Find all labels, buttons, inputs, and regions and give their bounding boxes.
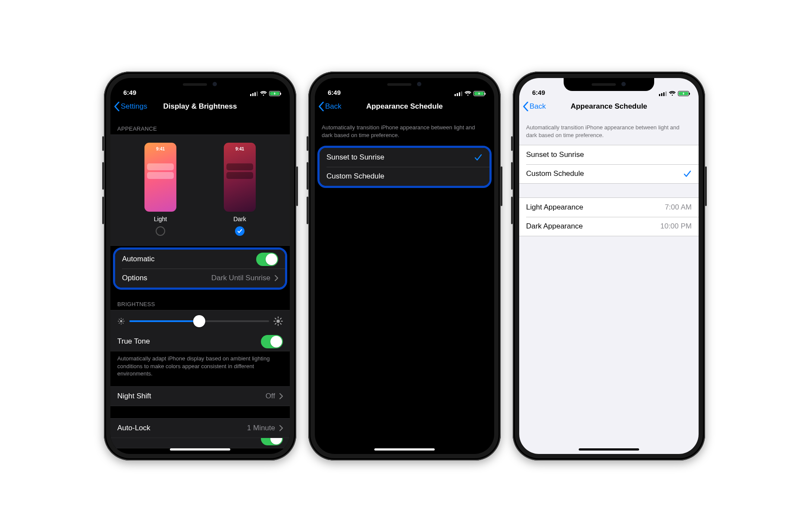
radio-selected-icon <box>235 226 245 236</box>
row-detail: Dark Until Sunrise <box>211 274 270 282</box>
row-options[interactable]: Options Dark Until Sunrise <box>115 269 285 288</box>
battery-charging-icon <box>678 91 689 96</box>
cellular-icon <box>250 91 258 96</box>
row-label: Dark Appearance <box>526 222 656 231</box>
screen-appearance-schedule-light: 6:49 Back Appearance Schedule Automatica… <box>519 78 699 454</box>
row-label: Light Appearance <box>526 203 661 212</box>
back-button[interactable]: Back <box>318 102 342 111</box>
row-sunset-sunrise[interactable]: Sunset to Sunrise <box>320 148 489 167</box>
row-dark-appearance-time[interactable]: Dark Appearance 10:00 PM <box>519 217 699 236</box>
home-indicator[interactable] <box>170 448 230 451</box>
cellular-icon <box>659 91 667 96</box>
annotation-highlight: Sunset to Sunrise Custom Schedule <box>317 146 492 188</box>
row-true-tone[interactable]: True Tone <box>110 332 290 351</box>
appearance-selector: 9:41 Light 9:41 Dark <box>110 135 290 245</box>
schedule-intro: Automatically transition iPhone appearan… <box>519 116 699 139</box>
appearance-thumb-light: 9:41 <box>144 143 176 212</box>
back-label: Back <box>325 102 342 111</box>
back-label: Back <box>530 102 546 111</box>
nav-bar: Back Appearance Schedule <box>315 97 494 116</box>
row-partial <box>110 438 290 448</box>
switch-on-icon[interactable] <box>261 335 283 348</box>
row-custom-schedule[interactable]: Custom Schedule <box>519 164 699 183</box>
nav-bar: Settings Display & Brightness <box>110 97 290 116</box>
iphone-frame: 6:49 Settings Display & Brightness APPEA… <box>104 72 296 460</box>
row-label: Sunset to Sunrise <box>526 150 692 159</box>
row-detail: Off <box>266 392 275 401</box>
row-label: Sunset to Sunrise <box>326 153 470 162</box>
svg-point-0 <box>120 320 122 322</box>
row-automatic[interactable]: Automatic <box>115 250 285 269</box>
chevron-left-icon <box>114 102 120 111</box>
switch-on-icon[interactable] <box>256 253 278 266</box>
row-label: Options <box>122 274 207 282</box>
row-label: Auto-Lock <box>117 424 243 432</box>
chevron-right-icon <box>279 393 283 399</box>
chevron-left-icon <box>318 102 324 111</box>
chevron-right-icon <box>279 425 283 431</box>
row-night-shift[interactable]: Night Shift Off <box>110 387 290 406</box>
notch <box>359 78 450 91</box>
row-label: True Tone <box>117 337 257 346</box>
row-sunset-sunrise[interactable]: Sunset to Sunrise <box>519 145 699 164</box>
home-indicator[interactable] <box>579 448 639 451</box>
row-light-appearance-time[interactable]: Light Appearance 7:00 AM <box>519 198 699 217</box>
annotation-highlight: Automatic Options Dark Until Sunrise <box>113 247 287 290</box>
battery-charging-icon <box>473 91 485 96</box>
section-header-appearance: APPEARANCE <box>110 116 290 135</box>
row-custom-schedule[interactable]: Custom Schedule <box>320 167 489 186</box>
appearance-thumb-dark: 9:41 <box>224 143 256 212</box>
chevron-right-icon <box>275 275 278 281</box>
wifi-icon <box>464 91 471 96</box>
row-detail: 1 Minute <box>247 424 275 432</box>
sun-max-icon <box>273 316 283 326</box>
switch-on-icon[interactable] <box>261 438 283 445</box>
status-time: 6:49 <box>328 89 341 96</box>
status-time: 6:49 <box>123 89 136 96</box>
status-time: 6:49 <box>532 89 545 96</box>
sun-min-icon <box>117 317 125 325</box>
appearance-option-light[interactable]: 9:41 Light <box>144 143 176 236</box>
checkmark-icon <box>683 169 692 178</box>
notch <box>564 78 654 91</box>
iphone-frame: 6:49 Back Appearance Schedule Automatica… <box>513 72 705 460</box>
iphone-frame: 6:49 Back Appearance Schedule Automatica… <box>308 72 501 460</box>
home-indicator[interactable] <box>374 448 435 451</box>
row-detail: 7:00 AM <box>665 203 692 212</box>
appearance-label-light: Light <box>154 216 167 222</box>
nav-title: Appearance Schedule <box>366 102 443 111</box>
row-label: Custom Schedule <box>326 172 483 181</box>
row-label: Automatic <box>122 255 252 263</box>
checkmark-icon <box>474 153 483 162</box>
nav-bar: Back Appearance Schedule <box>519 97 699 116</box>
back-button[interactable]: Settings <box>114 102 147 111</box>
wifi-icon <box>260 91 267 96</box>
schedule-intro: Automatically transition iPhone appearan… <box>315 116 494 139</box>
appearance-label-dark: Dark <box>233 216 246 222</box>
nav-title: Display & Brightness <box>163 102 237 111</box>
back-button[interactable]: Back <box>523 102 546 111</box>
brightness-slider[interactable] <box>110 310 290 332</box>
appearance-option-dark[interactable]: 9:41 Dark <box>224 143 256 236</box>
nav-title: Appearance Schedule <box>571 102 647 111</box>
row-label: Night Shift <box>117 392 261 401</box>
screen-display-brightness: 6:49 Settings Display & Brightness APPEA… <box>110 78 290 454</box>
wifi-icon <box>669 91 676 96</box>
radio-unselected-icon <box>156 226 165 236</box>
row-detail: 10:00 PM <box>660 222 692 231</box>
svg-point-1 <box>276 319 280 323</box>
cellular-icon <box>455 91 462 96</box>
row-auto-lock[interactable]: Auto-Lock 1 Minute <box>110 419 290 438</box>
back-label: Settings <box>121 102 147 111</box>
notch <box>155 78 245 91</box>
battery-charging-icon <box>269 91 280 96</box>
section-header-brightness: BRIGHTNESS <box>110 291 290 310</box>
true-tone-footer: Automatically adapt iPhone display based… <box>110 351 290 378</box>
chevron-left-icon <box>523 102 529 111</box>
screen-appearance-schedule-dark: 6:49 Back Appearance Schedule Automatica… <box>315 78 494 454</box>
row-label: Custom Schedule <box>526 169 679 178</box>
